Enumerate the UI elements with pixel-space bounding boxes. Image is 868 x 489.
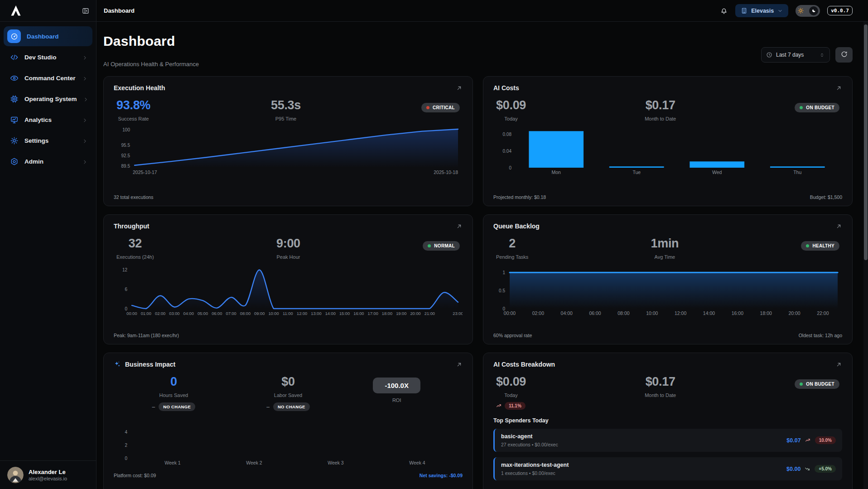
sidebar-header xyxy=(0,0,96,22)
gear-icon xyxy=(10,136,19,145)
stat-value: 1min xyxy=(528,237,801,251)
stat-value: 9:00 xyxy=(154,237,423,251)
status-badge: CRITICAL xyxy=(421,103,460,112)
page-content: Dashboard AI Operations Health & Perform… xyxy=(96,22,868,489)
footer-left: Platform cost: $0.09 xyxy=(114,473,156,478)
svg-text:09:00: 09:00 xyxy=(254,311,265,316)
svg-text:01:00: 01:00 xyxy=(141,311,151,316)
chevron-right-icon xyxy=(82,54,88,60)
sidebar-item-admin[interactable]: Admin xyxy=(4,151,92,171)
top-spenders-list: basic-agent27 executions • $0.00/exec$0.… xyxy=(493,429,842,486)
footer-right: Net savings: -$0.09 xyxy=(420,473,463,478)
svg-text:Wed: Wed xyxy=(712,169,722,175)
theme-toggle[interactable] xyxy=(796,5,820,17)
expand-icon[interactable] xyxy=(456,361,463,368)
trend-up-icon xyxy=(805,437,811,443)
stat-label: Month to Date xyxy=(526,116,795,121)
stat-value: 93.8% xyxy=(116,98,150,112)
org-switcher[interactable]: Elevasis xyxy=(735,4,788,17)
page-title: Dashboard xyxy=(103,34,199,49)
status-dot xyxy=(800,106,803,109)
expand-icon[interactable] xyxy=(835,85,842,92)
notifications-bell-icon[interactable] xyxy=(720,7,728,15)
dash: – xyxy=(152,404,155,410)
stat-value: $0 xyxy=(231,375,346,389)
svg-text:0: 0 xyxy=(125,456,127,461)
eye-icon xyxy=(10,74,19,82)
stat-value: $0.17 xyxy=(526,375,795,389)
trend-badge: 10.0% xyxy=(815,436,836,444)
sidebar-item-analytics[interactable]: Analytics xyxy=(4,110,92,130)
stat-value: $0.09 xyxy=(496,375,526,389)
stat-label: Success Rate xyxy=(116,116,150,121)
trend-badge: +5.0% xyxy=(815,465,836,473)
footer-left: 60% approval rate xyxy=(493,333,532,338)
expand-icon[interactable] xyxy=(456,223,463,230)
svg-text:14:00: 14:00 xyxy=(703,310,715,316)
sidebar-collapse-icon[interactable] xyxy=(82,7,90,15)
sidebar-item-dashboard[interactable]: Dashboard xyxy=(4,26,92,46)
card-ai-costs: AI Costs $0.09 Today $0.17 Month to Date xyxy=(483,76,853,206)
sidebar-item-operating-system[interactable]: Operating System xyxy=(4,89,92,109)
svg-text:2: 2 xyxy=(125,443,127,448)
theme-toggle-knob xyxy=(809,6,818,15)
sidebar-item-label: Operating System xyxy=(24,96,77,102)
app-root: DashboardDev StudioCommand CenterOperati… xyxy=(0,0,868,489)
scrollbar-track[interactable] xyxy=(863,22,868,489)
svg-text:6: 6 xyxy=(125,287,127,292)
shield-icon xyxy=(10,157,19,166)
moon-icon xyxy=(811,7,816,15)
stat-value: 2 xyxy=(496,237,528,251)
svg-text:0.5: 0.5 xyxy=(499,288,505,293)
footer-left: 32 total executions xyxy=(114,194,154,200)
sidebar-item-command-center[interactable]: Command Center xyxy=(4,68,92,88)
refresh-icon xyxy=(841,51,848,59)
svg-text:06:00: 06:00 xyxy=(212,311,222,316)
card-title: Queue Backlog xyxy=(493,223,540,230)
dash: – xyxy=(266,404,270,410)
stat-label: P95 Time xyxy=(150,116,421,121)
cpu-icon xyxy=(10,95,19,103)
svg-text:18:00: 18:00 xyxy=(760,310,772,316)
expand-icon[interactable] xyxy=(456,85,463,92)
stat-label: Peak Hour xyxy=(154,254,423,260)
svg-text:08:00: 08:00 xyxy=(617,310,629,316)
stat-value: 55.3s xyxy=(150,98,421,112)
code-icon xyxy=(10,53,19,62)
user-profile[interactable]: Alexander Le alexl@elevasis.io xyxy=(0,460,96,489)
stat-label: Hours Saved xyxy=(116,392,231,398)
expand-icon[interactable] xyxy=(835,223,842,230)
sidebar-item-label: Dashboard xyxy=(27,33,89,40)
svg-text:00:00: 00:00 xyxy=(504,310,516,316)
svg-text:Week 2: Week 2 xyxy=(246,460,262,465)
change-badge: NO CHANGE xyxy=(159,402,195,411)
time-range-select[interactable]: Last 7 days xyxy=(761,47,830,63)
chevron-right-icon xyxy=(82,138,88,144)
svg-text:20:00: 20:00 xyxy=(788,310,800,316)
footer-right: Budget: $1,500 xyxy=(810,194,842,200)
trend-badge: 11.1% xyxy=(505,402,526,410)
svg-text:15:00: 15:00 xyxy=(339,311,350,316)
sidebar-item-dev-studio[interactable]: Dev Studio xyxy=(4,47,92,67)
svg-text:07:00: 07:00 xyxy=(226,311,236,316)
card-title: Execution Health xyxy=(114,84,165,92)
card-title: AI Costs Breakdown xyxy=(493,361,555,368)
stat-label: Today xyxy=(496,116,526,121)
svg-text:21:00: 21:00 xyxy=(424,311,435,316)
status-badge: NORMAL xyxy=(423,241,460,251)
svg-text:0.08: 0.08 xyxy=(503,132,512,137)
scrollbar-thumb[interactable] xyxy=(864,24,868,260)
expand-icon[interactable] xyxy=(835,361,842,368)
svg-text:16:00: 16:00 xyxy=(353,311,364,316)
refresh-button[interactable] xyxy=(835,47,853,63)
queue-backlog-chart: 10.5000:0002:0004:0006:0008:0010:0012:00… xyxy=(493,263,842,317)
svg-text:14:00: 14:00 xyxy=(325,311,336,316)
topbar: Dashboard Elevasis v0.0.7 xyxy=(96,0,868,22)
stat-label: Labor Saved xyxy=(231,392,346,398)
svg-text:10:00: 10:00 xyxy=(646,310,658,316)
spender-row[interactable]: basic-agent27 executions • $0.00/exec$0.… xyxy=(493,429,842,452)
sidebar-item-settings[interactable]: Settings xyxy=(4,131,92,150)
spender-row[interactable]: max-iterations-test-agent1 executions • … xyxy=(493,457,842,480)
svg-text:Week 3: Week 3 xyxy=(328,460,344,465)
spender-meta: 27 executions • $0.00/exec xyxy=(501,442,558,447)
